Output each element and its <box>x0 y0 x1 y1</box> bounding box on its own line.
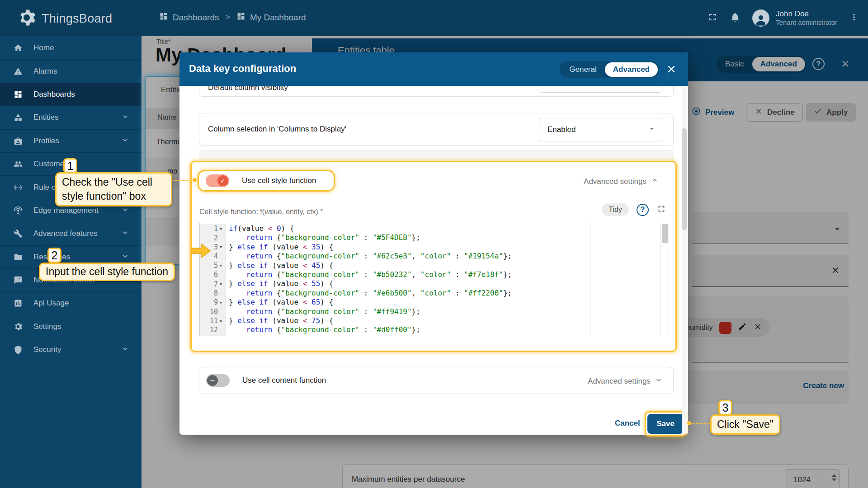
content-function-row: − Use cell content function Advanced set… <box>199 367 674 394</box>
dashboards-icon <box>236 12 245 23</box>
code-line[interactable]: } else if (value < 35) { <box>229 243 660 252</box>
code-line-number[interactable]: 12 <box>200 325 226 334</box>
style-section-highlight-ring: ✓ Use cell style function Advanced setti… <box>190 161 677 352</box>
use-cell-content-function-toggle[interactable]: − <box>206 374 230 387</box>
code-line-number[interactable]: 10 <box>200 307 226 316</box>
code-line-number[interactable]: 6 <box>200 270 226 279</box>
customers-icon <box>14 160 23 169</box>
user-name: John Doe <box>776 9 837 19</box>
code-line[interactable]: return {"background-color" : "#d0ff00"}; <box>229 325 660 334</box>
check-icon: ✓ <box>217 175 228 186</box>
editor-scrollbar-track <box>660 223 661 336</box>
chevron-down-icon <box>121 228 130 239</box>
column-selection-label: Column selection in 'Columns to Display' <box>208 125 346 134</box>
step2-arrow-icon <box>191 244 211 258</box>
column-selection-select[interactable]: Enabled <box>539 118 663 141</box>
tidy-button[interactable]: Tidy <box>602 203 629 216</box>
cell-style-function-editor[interactable]: 1▾23▾45▾67▾89▾1011▾1213▾ if(value < 0) {… <box>199 223 669 336</box>
tab-advanced[interactable]: Advanced <box>605 62 658 77</box>
code-line[interactable]: } else if (value < 75) { <box>229 316 660 325</box>
notifications-bell-icon[interactable] <box>730 12 741 24</box>
step2-badge: 2 <box>47 248 61 263</box>
cell-style-function-label: Cell style function: f(value, entity, ct… <box>199 208 323 216</box>
rule-chains-icon <box>14 183 23 192</box>
code-line-number[interactable]: 5▾ <box>200 261 226 270</box>
sidebar-item-profiles[interactable]: Profiles <box>0 129 142 152</box>
column-selection-row: Column selection in 'Columns to Display'… <box>199 113 674 145</box>
style-advanced-settings[interactable]: Advanced settings <box>584 176 659 187</box>
code-line-number[interactable]: 13▾ <box>200 335 226 336</box>
sidebar-item-security[interactable]: Security <box>0 338 142 361</box>
code-line-number[interactable]: 8 <box>200 289 226 298</box>
thingsboard-gear-logo-icon <box>17 8 36 29</box>
tools-icon <box>14 229 23 238</box>
step3-badge: 3 <box>718 400 732 415</box>
code-line[interactable]: return {"background-color" : "#62c5e3", … <box>229 252 660 261</box>
code-gutter: 1▾23▾45▾67▾89▾1011▾1213▾ <box>200 224 226 336</box>
code-lines[interactable]: if(value < 0) { return {"background-colo… <box>229 224 660 336</box>
logo-text: ThingsBoard <box>42 12 112 26</box>
folder-icon <box>14 253 23 262</box>
step1-badge: 1 <box>63 158 77 174</box>
home-icon <box>14 43 23 52</box>
help-icon[interactable]: ? <box>637 204 649 216</box>
code-line[interactable]: return {"background-color" : "#ff9419"}; <box>229 307 660 316</box>
breadcrumb-my-dashboard[interactable]: My Dashboard <box>236 12 306 23</box>
avatar <box>752 9 769 27</box>
code-line[interactable]: return {"background-color" : "#b50232", … <box>229 270 660 279</box>
editor-scrollbar-thumb[interactable] <box>662 224 668 243</box>
message-icon <box>14 276 23 285</box>
fold-caret-icon: ▾ <box>218 244 224 249</box>
chevron-down-icon <box>654 375 663 387</box>
step1-connector-dot <box>193 178 197 182</box>
sidebar-item-advanced-features[interactable]: Advanced features <box>0 222 142 245</box>
tab-general[interactable]: General <box>561 62 604 77</box>
code-line[interactable]: return {"background-color" : "#5F4DEB"}; <box>229 233 660 242</box>
sidebar-item-home[interactable]: Home <box>0 36 142 59</box>
use-cell-style-function-toggle[interactable]: ✓ <box>206 174 229 187</box>
code-line[interactable]: } else if (value < 85) { <box>229 335 660 336</box>
code-line[interactable]: } else if (value < 65) { <box>229 298 660 307</box>
fold-caret-icon: ▾ <box>218 319 224 324</box>
code-line[interactable]: } else if (value < 55) { <box>229 279 660 288</box>
breadcrumb-dashboards[interactable]: Dashboards <box>159 12 219 23</box>
step2-callout: Input the cell style function <box>39 263 175 281</box>
chevron-down-icon <box>121 205 130 216</box>
close-icon[interactable] <box>665 63 677 77</box>
dialog-tab-group: General Advanced <box>560 61 659 78</box>
sidebar-item-api-usage[interactable]: Api Usage <box>0 291 142 314</box>
top-bar: ThingsBoard Dashboards > My Dashboard Jo… <box>0 0 868 36</box>
dashboards-icon <box>159 12 168 23</box>
kebab-menu-icon[interactable] <box>849 12 859 24</box>
dialog-scrollbar-thumb[interactable] <box>682 128 687 230</box>
use-cell-content-function-label: Use cell content function <box>242 376 326 385</box>
sidebar-item-alarms[interactable]: Alarms <box>0 59 142 82</box>
code-line[interactable]: if(value < 0) { <box>229 224 660 233</box>
code-line-number[interactable]: 9▾ <box>200 298 226 307</box>
code-line-number[interactable]: 2 <box>200 233 226 242</box>
code-line[interactable]: return {"background-color" : "#e6b500", … <box>229 289 660 298</box>
editor-expand-icon[interactable] <box>656 204 666 216</box>
fullscreen-icon[interactable] <box>707 12 718 24</box>
step3-connector-dot <box>687 421 691 425</box>
user-role: Tenant administrator <box>776 19 837 27</box>
code-line-number[interactable]: 11▾ <box>200 316 226 325</box>
sidebar-item-dashboards[interactable]: Dashboards <box>0 83 142 106</box>
chevron-down-icon <box>121 252 130 263</box>
save-button[interactable]: Save <box>647 414 684 434</box>
fold-caret-icon: ▾ <box>218 282 224 286</box>
chevron-down-icon <box>121 136 130 146</box>
dashboards-icon <box>14 90 23 99</box>
chevron-down-icon <box>121 112 130 123</box>
code-line-number[interactable]: 1▾ <box>200 224 226 233</box>
sidebar-item-entities[interactable]: Entities <box>0 106 142 129</box>
fold-caret-icon: ▾ <box>218 300 224 305</box>
content-advanced-settings[interactable]: Advanced settings <box>588 375 663 387</box>
cancel-button[interactable]: Cancel <box>615 419 640 428</box>
sidebar-item-settings[interactable]: Settings <box>0 315 142 338</box>
thingsboard-logo[interactable]: ThingsBoard <box>17 8 112 29</box>
code-line[interactable]: } else if (value < 45) { <box>229 261 660 270</box>
user-menu[interactable]: John Doe Tenant administrator <box>752 9 837 27</box>
chevron-up-icon <box>650 176 659 187</box>
code-line-number[interactable]: 7▾ <box>200 279 226 288</box>
